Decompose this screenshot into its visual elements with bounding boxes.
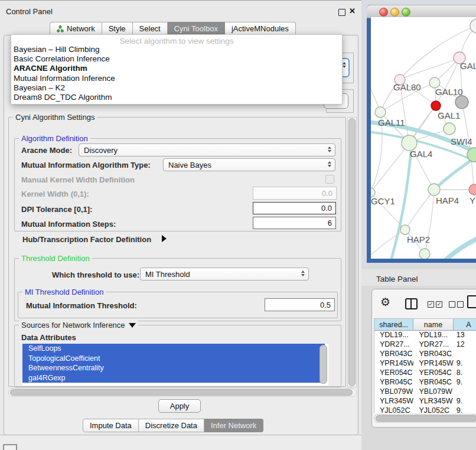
network-node-gal1[interactable] — [431, 101, 441, 110]
table-cell: 9. — [454, 359, 476, 369]
network-canvas[interactable]: GALGAL80GAL10GAL1GAL11GAL4SWI4GCY1HAP4YH… — [371, 17, 476, 259]
network-edge[interactable] — [400, 58, 459, 80]
node-attribute-table[interactable]: shared...nameA YDL19...YDL19...13YDR27..… — [374, 318, 476, 413]
aracne-mode-select[interactable]: Discovery — [79, 144, 335, 156]
tab-network[interactable]: Network — [50, 22, 102, 35]
table-row[interactable]: YBR045CYBR045C9. — [374, 378, 476, 387]
table-row[interactable]: YJL052CYJL052C9. — [374, 406, 476, 413]
node-label-swi4: SWI4 — [451, 136, 472, 146]
attribute-item-selfloops[interactable]: SelfLoops — [22, 344, 325, 354]
menu-item-mutual-information-inference[interactable]: Mutual Information Inference — [13, 74, 338, 83]
column-layout-icon[interactable] — [405, 298, 418, 309]
menu-item-basic-correlation-inference[interactable]: Basic Correlation Inference — [13, 54, 338, 63]
menu-item-bayesian-hill-climbing[interactable]: Bayesian – Hill Climbing — [13, 45, 338, 54]
tab-impute-data[interactable]: Impute Data — [83, 419, 139, 432]
table-row[interactable]: YDL19...YDL19...13 — [374, 331, 476, 340]
column-header-A[interactable]: A — [454, 319, 476, 330]
algorithm-menu-placeholder: Select algorithm to view settings — [11, 37, 342, 45]
expand-arrow-icon[interactable] — [162, 235, 167, 242]
network-edge[interactable] — [371, 230, 405, 255]
network-node-gal11[interactable] — [375, 107, 386, 118]
network-node-hap2[interactable] — [400, 225, 410, 234]
column-header-name[interactable]: name — [413, 319, 453, 330]
float-window-icon[interactable] — [338, 9, 345, 16]
network-edge-highlighted[interactable] — [435, 158, 475, 189]
table-row[interactable]: YDR27...YDR27...12 — [374, 340, 476, 350]
checked-checkbox-icon[interactable]: ✓ — [436, 301, 442, 308]
mi-threshold-field[interactable]: 0.5 — [265, 298, 335, 311]
tab-jactivemnodules[interactable]: jActiveMNodules — [225, 22, 296, 35]
settings-vertical-scrollbar[interactable] — [347, 117, 357, 387]
table-cell: YBR045C — [413, 378, 453, 387]
mi-algorithm-type-value: Naive Bayes — [168, 161, 211, 169]
network-window-titlebar[interactable] — [367, 5, 476, 18]
network-edge-highlighted[interactable] — [439, 237, 476, 259]
mi-steps-field[interactable]: 6 — [253, 217, 336, 229]
column-header-shared[interactable]: shared... — [374, 319, 413, 330]
attribute-item-topologicalcoefficient[interactable]: TopologicalCoefficient — [22, 354, 325, 364]
collapse-arrow-icon[interactable] — [129, 323, 136, 328]
tab-cyni-toolbox[interactable]: Cyni Toolbox — [168, 22, 225, 35]
table-cell: YDR27... — [374, 340, 413, 350]
mi-threshold-label: Mutual Information Threshold: — [26, 301, 137, 310]
table-row[interactable]: YER054CYER054C8. — [374, 369, 476, 378]
network-edge[interactable] — [405, 190, 434, 230]
combo-arrows-icon — [328, 161, 331, 167]
mi-threshold-definition-title: MI Threshold Definition — [22, 288, 106, 296]
table-cell: 9. — [454, 406, 476, 413]
node-label-gal1: GAL1 — [438, 110, 460, 120]
table-row[interactable]: YBL079WYBL079W — [374, 387, 476, 397]
dpi-tolerance-field[interactable]: 0.0 — [253, 202, 336, 214]
minimized-window-icon[interactable] — [3, 444, 17, 450]
tab-select[interactable]: Select — [133, 22, 168, 35]
menu-item-dream8-dc-tdc-algorithm[interactable]: Dream8 DC_TDC Algorithm — [13, 93, 338, 102]
network-edge[interactable] — [371, 143, 409, 193]
network-node[interactable] — [419, 249, 430, 259]
unchecked-checkbox-icon[interactable] — [449, 301, 455, 308]
settings-horizontal-scrollbar[interactable] — [8, 388, 357, 397]
settings-gear-icon[interactable]: ⚙ — [380, 296, 390, 308]
new-column-icon[interactable] — [467, 295, 476, 308]
which-threshold-select[interactable]: MI Threshold — [140, 268, 309, 281]
tab-style[interactable]: Style — [102, 22, 133, 35]
minimize-traffic-light-icon[interactable] — [390, 8, 399, 17]
close-icon[interactable]: ✕ — [349, 6, 356, 15]
attribute-item-betweennesscentrality[interactable]: BetweennessCentrality — [22, 363, 325, 373]
unchecked-checkbox-icon[interactable] — [457, 301, 464, 308]
node-label-hap2: HAP2 — [407, 234, 430, 244]
table-row[interactable]: YLR345WYLR345W9. — [374, 397, 476, 406]
control-panel-tabs: NetworkStyleSelectCyni ToolboxjActiveMNo… — [50, 22, 296, 35]
table-row[interactable]: YBR043CYBR043C — [374, 350, 476, 359]
network-node-hap4[interactable] — [428, 184, 440, 195]
attribute-item-gal4rgexp[interactable]: gal4RGexp — [22, 373, 325, 383]
network-node[interactable] — [470, 19, 476, 33]
zoom-traffic-light-icon[interactable] — [402, 8, 410, 17]
table-row[interactable]: YPR145WYPR145W9. — [374, 359, 476, 369]
table-cell: 13 — [454, 331, 476, 340]
checked-checkbox-icon[interactable]: ✓ — [428, 301, 434, 308]
menu-item-bayesian-k2[interactable]: Bayesian – K2 — [13, 83, 338, 92]
kernel-width-field[interactable]: 0.0 — [253, 187, 337, 200]
table-horizontal-scrollbar[interactable] — [374, 414, 476, 423]
table-cell: YDL19... — [374, 331, 413, 340]
close-traffic-light-icon[interactable] — [379, 8, 388, 17]
node-label-gal11: GAL11 — [378, 118, 405, 128]
tab-infer-network[interactable]: Infer Network — [204, 419, 263, 432]
network-node[interactable] — [455, 96, 468, 109]
mi-algorithm-type-label: Mutual Information Algorithm Type: — [21, 161, 151, 169]
list-scrollbar[interactable] — [319, 345, 327, 384]
cyni-settings-group-title: Cyni Algorithm Settings — [13, 113, 97, 122]
mi-algorithm-type-select[interactable]: Naive Bayes — [163, 158, 335, 171]
network-node[interactable] — [444, 123, 455, 135]
network-edge[interactable] — [400, 26, 476, 80]
table-panel-window: ⚙ ✓ ✓ shared...nameA YDL19...YDL19...13Y… — [371, 289, 476, 428]
node-label-gal10: GAL10 — [435, 87, 463, 97]
tab-discretize-data[interactable]: Discretize Data — [139, 419, 204, 432]
apply-button[interactable]: Apply — [158, 399, 201, 413]
manual-kernel-width-checkbox[interactable] — [325, 175, 334, 184]
data-attributes-list[interactable]: SelfLoopsTopologicalCoefficientBetweenne… — [22, 344, 328, 386]
table-cell: YBL079W — [413, 387, 453, 397]
node-label-gal: GAL — [460, 61, 476, 71]
network-node-y[interactable] — [469, 184, 476, 195]
menu-item-aracne-algorithm[interactable]: ARACNE Algorithm — [13, 64, 338, 73]
